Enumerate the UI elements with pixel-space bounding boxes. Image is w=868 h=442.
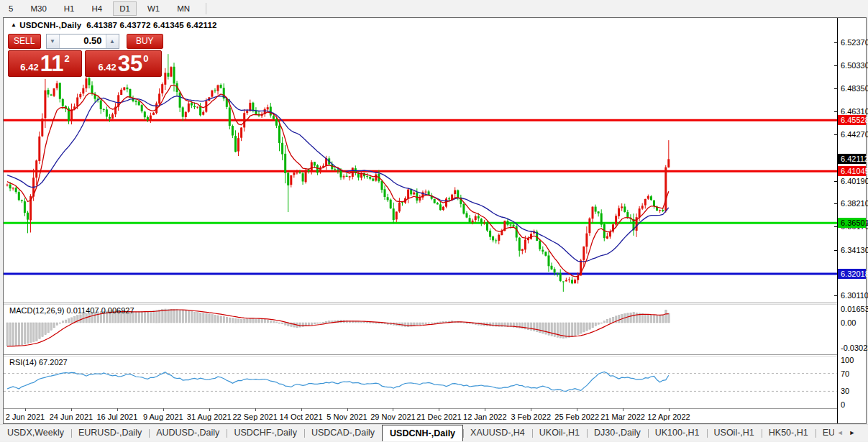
buy-price-box[interactable]: 6.42 35 0	[85, 50, 162, 77]
price-tick-label: 6.50330	[841, 61, 868, 70]
price-tick-label: 6.46310	[841, 107, 868, 116]
timeframe-button-5[interactable]: 5	[2, 1, 19, 16]
date-label: 5 Nov 2021	[326, 413, 367, 421]
chart-tab-ukoil-h1[interactable]: UKOil-,H1	[532, 425, 587, 441]
price-tick-label: 6.34130	[841, 246, 868, 254]
date-tick-mark	[163, 408, 164, 411]
date-label: 22 Sep 2021	[232, 413, 277, 421]
buy-price-main: 35	[118, 53, 142, 75]
date-label: 3 Feb 2022	[511, 413, 551, 421]
timeframe-button-w1[interactable]: W1	[141, 1, 166, 16]
price-tick-label: 6.30110	[841, 291, 868, 300]
date-label: 9 Aug 2021	[143, 413, 183, 421]
sell-price-box[interactable]: 6.42 11 2	[8, 50, 82, 77]
rsi-axis-label: 70	[841, 369, 849, 378]
price-tick-label: 6.40190	[841, 177, 868, 185]
chart-tab-eurusd-daily[interactable]: EURUSD-,Daily	[71, 425, 149, 441]
date-label: 21 Dec 2021	[416, 413, 461, 421]
date-label: 21 Mar 2022	[600, 413, 645, 421]
price-tick-mark	[834, 250, 838, 251]
timeframe-button-mn[interactable]: MN	[170, 1, 196, 16]
timeframe-button-h4[interactable]: H4	[85, 1, 109, 16]
rsi-axis-label: 0	[841, 400, 845, 409]
sell-price-prefix: 6.42	[20, 62, 38, 73]
price-tick-mark	[834, 134, 838, 135]
chart-tab-audusd-daily[interactable]: AUDUSD-,Daily	[149, 425, 227, 441]
price-tick-mark	[834, 88, 838, 89]
sell-price-pip: 2	[64, 53, 69, 64]
price-tick-mark	[834, 295, 838, 296]
date-tick-mark	[255, 408, 256, 411]
price-level-label: 6.32018	[838, 269, 866, 279]
spread-value-input[interactable]: 0.50	[60, 34, 106, 48]
price-tick-label: 6.48350	[841, 84, 868, 93]
spread-increase-icon[interactable]: ▲	[106, 34, 119, 48]
price-tick-mark	[834, 111, 838, 112]
price-level-label: 6.41045	[838, 166, 866, 176]
rsi-label: RSI(14) 67.2027	[9, 358, 68, 367]
price-level-label: 6.36501	[838, 218, 866, 228]
price-axis[interactable]: 6.523706.503306.483506.463106.442706.401…	[837, 18, 866, 423]
sell-button[interactable]: SELL	[8, 34, 41, 49]
date-label: 16 Jul 2021	[96, 413, 137, 421]
chart-tab-usdcad-daily[interactable]: USDCAD-,Daily	[304, 425, 382, 441]
date-tick-mark	[71, 408, 72, 411]
chart-tab-usoil-h1[interactable]: USOil-,H1	[707, 425, 762, 441]
rsi-axis-label: 30	[841, 387, 849, 395]
timeframe-button-m30[interactable]: M30	[24, 1, 52, 16]
date-label: 14 Oct 2021	[280, 413, 323, 421]
buy-price-prefix: 6.42	[98, 62, 116, 73]
date-tick-mark	[347, 408, 348, 411]
price-tick-mark	[834, 65, 838, 66]
date-label: 12 Apr 2022	[647, 413, 690, 421]
spread-spinner: ▼ 0.50 ▲	[46, 34, 119, 49]
chart-tab-uk100-h1[interactable]: UK100-,H1	[648, 425, 707, 441]
rsi-line	[7, 372, 669, 392]
date-label: 25 Feb 2022	[554, 413, 599, 421]
date-tick-mark	[301, 408, 302, 411]
date-tick-mark	[623, 408, 623, 411]
chart-tab-xauusd-h4[interactable]: XAUUSD-,H4	[463, 425, 532, 441]
price-tick-label: 6.44270	[841, 130, 868, 139]
price-level-label: 6.42112	[838, 154, 866, 164]
price-tick-label: 6.38210	[841, 199, 868, 208]
rsi-pane-chart[interactable]	[4, 356, 837, 408]
date-tick-mark	[439, 408, 439, 411]
tab-scroll-right-icon[interactable]: ►	[846, 425, 859, 441]
candles-layer	[6, 54, 670, 292]
date-label: 24 Jun 2021	[50, 413, 93, 421]
timeframe-toolbar: 5M30H1H4D1W1MN	[0, 0, 868, 17]
macd-axis-label: 0.00	[841, 318, 856, 327]
macd-label: MACD(12,26,9) 0.011407 0.006927	[9, 306, 134, 315]
date-label: 31 Aug 2021	[187, 413, 232, 421]
date-tick-mark	[117, 408, 118, 411]
date-tick-mark	[393, 408, 393, 411]
date-tick-mark	[669, 408, 670, 411]
date-tick-mark	[577, 408, 577, 411]
chart-tab-usdchf-daily[interactable]: USDCHF-,Daily	[227, 425, 304, 441]
price-tick-mark	[834, 203, 838, 204]
chart-tab-hk50-h1[interactable]: HK50-,H1	[762, 425, 816, 441]
timeframe-button-h1[interactable]: H1	[58, 1, 81, 16]
timeframe-button-d1[interactable]: D1	[113, 1, 137, 16]
price-tick-mark	[834, 181, 838, 182]
date-label: 2 Jun 2021	[6, 413, 45, 421]
chart-tab-usdcnh-daily[interactable]: USDCNH-,Daily	[382, 425, 463, 441]
toolbar-separator	[206, 3, 206, 14]
date-tick-mark	[25, 408, 26, 411]
date-tick-mark	[531, 408, 531, 411]
chart-tab-overflow[interactable]: EU	[816, 425, 834, 441]
chart-tab-bar: USDX,WeeklyEURUSD-,DailyAUDUSD-,DailyUSD…	[0, 424, 868, 441]
date-axis[interactable]: 2 Jun 202124 Jun 202116 Jul 20219 Aug 20…	[4, 408, 837, 423]
date-label: 12 Jan 2022	[463, 413, 507, 421]
buy-price-pip: 0	[143, 53, 148, 64]
date-tick-mark	[485, 408, 485, 411]
chart-tab-dj30-daily[interactable]: DJ30-,Daily	[587, 425, 648, 441]
timeframe-buttons: 5M30H1H4D1W1MN	[0, 1, 198, 16]
date-label: 29 Nov 2021	[370, 413, 415, 421]
chart-tab-usdx-weekly[interactable]: USDX,Weekly	[0, 425, 71, 441]
tab-scroll-left-icon[interactable]: ◄	[834, 425, 846, 441]
sell-price-main: 11	[40, 53, 64, 75]
buy-button[interactable]: BUY	[127, 34, 163, 49]
spread-decrease-icon[interactable]: ▼	[47, 34, 60, 48]
